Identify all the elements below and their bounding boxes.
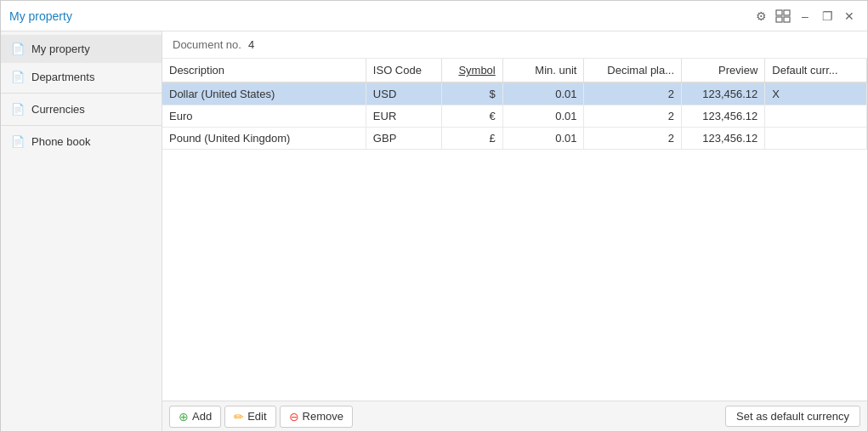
table-row[interactable]: Pound (United Kingdom)GBP£0.012123,456.1…: [162, 128, 867, 150]
table-cell: [765, 128, 867, 150]
table-cell: Euro: [162, 105, 366, 128]
content-area: 📄 My property 📄 Departments 📄 Currencies…: [1, 31, 867, 431]
table-cell: 0.01: [502, 128, 584, 150]
action-buttons: ⊕ Add ✏ Edit ⊖ Remove: [169, 406, 353, 428]
currencies-table-container: Description ISO Code Symbol Min. unit De…: [162, 59, 867, 401]
sidebar-label-currencies: Currencies: [31, 103, 85, 116]
col-header-default-curr: Default curr...: [765, 59, 867, 82]
col-header-iso-code: ISO Code: [366, 59, 441, 82]
table-cell: Dollar (United States): [162, 82, 366, 105]
table-cell: GBP: [366, 128, 441, 150]
table-cell: 2: [584, 105, 682, 128]
col-header-min-unit: Min. unit: [502, 59, 584, 82]
bottom-bar: ⊕ Add ✏ Edit ⊖ Remove Set as default cur…: [162, 401, 867, 431]
set-default-label: Set as default currency: [736, 410, 849, 423]
window-controls: ⚙ – ❐ ✕: [752, 7, 859, 26]
table-cell: 0.01: [502, 105, 584, 128]
sidebar-label-departments: Departments: [31, 71, 94, 83]
table-header-row: Description ISO Code Symbol Min. unit De…: [162, 59, 867, 82]
sidebar-label-my-property: My property: [31, 43, 90, 55]
svg-rect-0: [776, 10, 782, 15]
add-icon: ⊕: [179, 410, 189, 423]
app-title: My property: [9, 9, 72, 23]
sidebar: 📄 My property 📄 Departments 📄 Currencies…: [1, 31, 162, 431]
sidebar-item-my-property[interactable]: 📄 My property: [1, 35, 162, 63]
table-row[interactable]: Dollar (United States)USD$0.012123,456.1…: [162, 82, 867, 105]
doc-number: 4: [248, 38, 254, 51]
table-cell: EUR: [366, 105, 441, 128]
sidebar-separator2: [1, 125, 162, 126]
table-cell: 123,456.12: [682, 105, 765, 128]
table-cell: 2: [584, 82, 682, 105]
table-cell: Pound (United Kingdom): [162, 128, 366, 150]
gear-button[interactable]: ⚙: [752, 7, 770, 26]
sidebar-item-departments[interactable]: 📄 Departments: [1, 63, 162, 91]
col-header-description: Description: [162, 59, 366, 82]
svg-rect-2: [776, 17, 782, 22]
remove-button[interactable]: ⊖ Remove: [280, 406, 353, 428]
table-cell: £: [441, 128, 502, 150]
restore-button[interactable]: ❐: [818, 7, 837, 26]
title-bar: My property ⚙ – ❐ ✕: [1, 1, 867, 31]
col-header-preview: Preview: [682, 59, 765, 82]
app-window: My property ⚙ – ❐ ✕ 📄 My property: [0, 0, 868, 432]
sidebar-item-phone-book[interactable]: 📄 Phone book: [1, 128, 162, 156]
main-panel: Document no. 4 Description ISO Code Symb…: [162, 31, 867, 431]
set-default-currency-button[interactable]: Set as default currency: [725, 406, 860, 427]
file-icon: 📄: [11, 43, 25, 55]
table-row[interactable]: EuroEUR€0.012123,456.12: [162, 105, 867, 128]
doc-label: Document no.: [173, 38, 241, 51]
table-cell: $: [441, 82, 502, 105]
remove-icon: ⊖: [289, 410, 299, 423]
table-cell: 0.01: [502, 82, 584, 105]
edit-label: Edit: [247, 410, 266, 423]
add-button[interactable]: ⊕ Add: [169, 406, 221, 428]
close-button[interactable]: ✕: [840, 7, 859, 26]
sidebar-separator: [1, 93, 162, 94]
table-cell: 2: [584, 128, 682, 150]
edit-icon: ✏: [234, 410, 244, 423]
edit-button[interactable]: ✏ Edit: [224, 406, 275, 428]
table-cell: USD: [366, 82, 441, 105]
table-cell: €: [441, 105, 502, 128]
minimize-button[interactable]: –: [796, 7, 814, 26]
sidebar-label-phone-book: Phone book: [31, 135, 90, 148]
file-icon: 📄: [11, 103, 25, 116]
file-icon: 📄: [11, 135, 25, 148]
remove-label: Remove: [303, 410, 343, 423]
table-cell: X: [765, 82, 867, 105]
col-header-symbol: Symbol: [441, 59, 502, 82]
table-cell: 123,456.12: [682, 82, 765, 105]
col-header-decimal-places: Decimal pla...: [584, 59, 682, 82]
currencies-table: Description ISO Code Symbol Min. unit De…: [162, 59, 867, 150]
sidebar-item-currencies[interactable]: 📄 Currencies: [1, 95, 162, 123]
file-icon: 📄: [11, 71, 25, 83]
add-label: Add: [192, 410, 212, 423]
table-cell: 123,456.12: [682, 128, 765, 150]
svg-rect-1: [784, 10, 790, 15]
doc-header: Document no. 4: [162, 31, 867, 59]
table-cell: [765, 105, 867, 128]
windows-button[interactable]: [774, 7, 792, 26]
svg-rect-3: [784, 17, 790, 22]
